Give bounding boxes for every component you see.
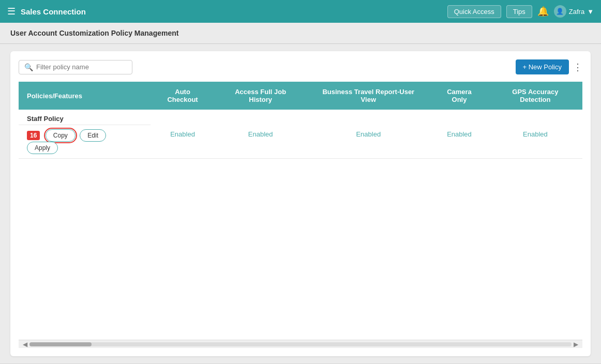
app-title: Sales Connection <box>21 7 442 16</box>
col-policies-features: Policies/Features <box>19 82 151 110</box>
col-gps-accuracy: GPS Accuracy Detection <box>488 82 582 110</box>
business-travel-value: Enabled <box>306 110 430 159</box>
avatar: 👤 <box>554 5 566 18</box>
topnav: ☰ Sales Connection Quick Access Tips 🔔 👤… <box>0 0 601 23</box>
horizontal-scrollbar[interactable]: ◀ ▶ <box>19 340 582 348</box>
col-business-travel: Business Travel Report-User View <box>306 82 430 110</box>
col-auto-checkout: Auto Checkout <box>151 82 215 110</box>
toolbar-right: + New Policy ⋮ <box>516 59 583 74</box>
chevron-down-icon: ▼ <box>587 8 594 16</box>
search-box: 🔍 <box>19 60 132 74</box>
new-policy-button[interactable]: + New Policy <box>516 59 569 74</box>
main-content: 🔍 + New Policy ⋮ Policies/Features Auto … <box>0 44 601 363</box>
search-input[interactable] <box>36 63 127 71</box>
table-header-row: Policies/Features Auto Checkout Access F… <box>19 82 582 110</box>
more-options-button[interactable]: ⋮ <box>573 63 582 72</box>
content-card: 🔍 + New Policy ⋮ Policies/Features Auto … <box>10 51 591 356</box>
scrollbar-track[interactable] <box>29 342 572 346</box>
table-wrapper: Policies/Features Auto Checkout Access F… <box>19 82 582 338</box>
bell-icon[interactable]: 🔔 <box>537 6 549 17</box>
menu-icon[interactable]: ☰ <box>7 6 16 17</box>
policy-name-label: Staff Policy <box>27 115 64 123</box>
apply-button[interactable]: Apply <box>27 142 58 154</box>
policy-table: Policies/Features Auto Checkout Access F… <box>19 82 582 159</box>
user-menu[interactable]: 👤 Zafra ▼ <box>554 5 594 18</box>
edit-button[interactable]: Edit <box>80 129 106 142</box>
page-header: User Account Customization Policy Manage… <box>0 23 601 44</box>
row-id: 16 <box>27 131 40 140</box>
policy-actions: 16 Copy Edit Apply <box>19 125 151 159</box>
scrollbar-thumb[interactable] <box>29 342 92 346</box>
camera-only-value: Enabled <box>430 110 488 159</box>
access-full-job-value: Enabled <box>215 110 306 159</box>
col-access-full-job: Access Full Job History <box>215 82 306 110</box>
auto-checkout-value: Enabled <box>151 110 215 159</box>
breadcrumb: User Account Customization Policy Manage… <box>10 29 178 37</box>
scroll-right-arrow[interactable]: ▶ <box>572 341 580 348</box>
topnav-right: Quick Access Tips 🔔 👤 Zafra ▼ <box>447 5 594 18</box>
table-row: Staff Policy Enabled Enabled Enabled Ena… <box>19 110 582 125</box>
scroll-left-arrow[interactable]: ◀ <box>21 341 29 348</box>
tips-button[interactable]: Tips <box>506 5 532 18</box>
quick-access-button[interactable]: Quick Access <box>447 5 501 18</box>
user-name: Zafra <box>569 8 584 16</box>
gps-accuracy-value: Enabled <box>488 110 582 159</box>
policy-name: Staff Policy <box>19 110 151 125</box>
col-camera-only: Camera Only <box>430 82 488 110</box>
copy-button[interactable]: Copy <box>46 129 76 142</box>
toolbar: 🔍 + New Policy ⋮ <box>19 59 582 74</box>
search-icon: 🔍 <box>24 63 33 71</box>
